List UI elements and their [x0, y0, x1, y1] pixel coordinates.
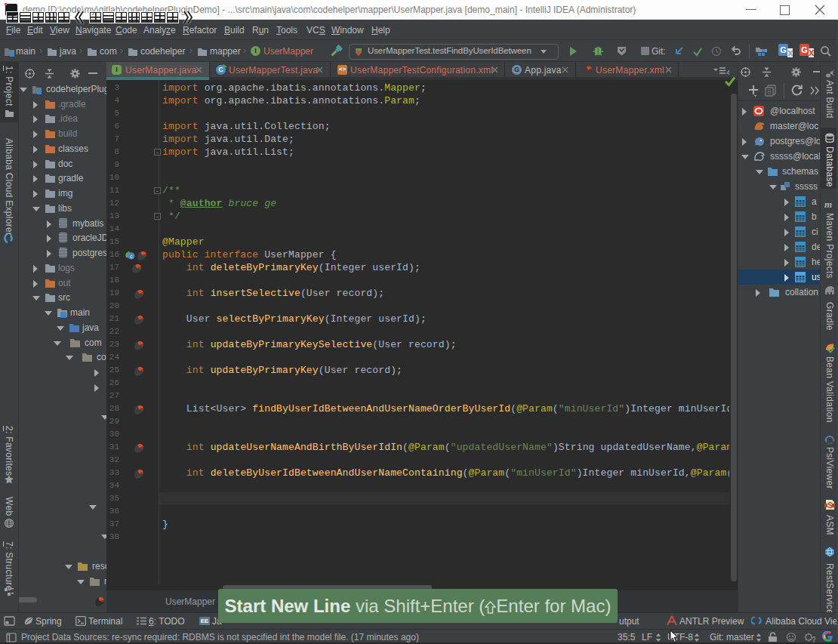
svg-text:G: G	[780, 45, 787, 54]
svg-text:m: m	[824, 199, 832, 208]
svg-text:4: 4	[726, 68, 729, 76]
svg-text:G: G	[801, 45, 808, 54]
svg-text:c: c	[130, 254, 133, 259]
